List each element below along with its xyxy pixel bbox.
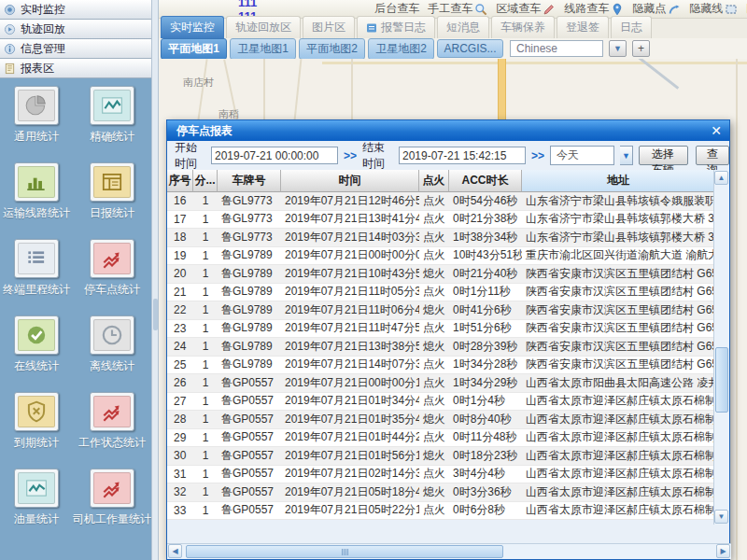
table-row[interactable]: 331鲁GP05572019年07月21日05时22分1点火0时6分8秒山西省太…: [167, 502, 715, 521]
table-row[interactable]: 191鲁GL97892019年07月21日00时00分0点火10时43分51秒重…: [167, 247, 715, 266]
table-row[interactable]: 261鲁GP05572019年07月21日00时00分1点火1时34分29秒山西…: [167, 374, 715, 393]
maptab-satellite-map-2[interactable]: 卫星地图2: [368, 38, 434, 60]
table-row[interactable]: 271鲁GP05572019年07月21日01时34分4点火0时1分4秒山西省太…: [167, 393, 715, 412]
stat-label: 油量统计: [0, 511, 73, 527]
col-header-plate[interactable]: 车牌号: [218, 170, 281, 192]
table-cell: 2019年07月21日11时47分5: [281, 320, 419, 338]
stat-expiry[interactable]: 到期统计: [0, 392, 73, 469]
vertical-scrollbar[interactable]: ▲ ▼: [713, 170, 729, 525]
toolbar-manual-search[interactable]: 手工查车: [428, 1, 487, 17]
toolbar-route-search[interactable]: 线路查车: [564, 1, 624, 17]
range-dropdown-button[interactable]: ▼: [620, 146, 632, 165]
language-dropdown-button[interactable]: ▼: [609, 40, 627, 57]
sidebar-item-track-playback[interactable]: 轨迹回放: [0, 20, 151, 39]
tab-picture-area[interactable]: 图片区: [303, 16, 355, 38]
end-time-input[interactable]: [399, 147, 526, 164]
table-cell: 山西省太原市迎泽区郝庄镇太原石棉制品厂 郝: [522, 447, 715, 465]
table-cell: 1: [193, 466, 218, 483]
table-row[interactable]: 251鲁GL97892019年07月21日14时07分3点火1时34分28秒陕西…: [167, 357, 715, 375]
table-cell: 19: [167, 247, 193, 265]
stat-terminal-mileage[interactable]: 终端里程统计: [0, 239, 73, 315]
col-header-ignition[interactable]: 点火: [419, 170, 449, 192]
maptab-arcgis[interactable]: ARCGIS...: [437, 39, 503, 58]
close-icon[interactable]: ✕: [711, 124, 722, 137]
table-cell: 22: [167, 301, 193, 319]
stat-precise[interactable]: 精确统计: [73, 86, 151, 162]
sidebar-scrollbar-thumb[interactable]: [153, 299, 158, 330]
table-cell: 1: [193, 192, 218, 210]
table-cell: 1: [193, 320, 218, 338]
stat-daily-report[interactable]: 日报统计: [73, 162, 151, 239]
start-time-input[interactable]: [211, 147, 338, 164]
toolbar-hide-points[interactable]: 隐藏点: [632, 1, 681, 17]
stat-offline[interactable]: 离线统计: [73, 315, 151, 392]
tab-log[interactable]: 日志: [611, 16, 652, 38]
maptab-plane-map-2[interactable]: 平面地图2: [299, 38, 365, 60]
toolbar-region-search[interactable]: 区域查车: [496, 1, 556, 17]
stat-work-status[interactable]: 工作状态统计: [73, 392, 151, 469]
list-icon: [23, 246, 49, 271]
col-header-group[interactable]: 分...: [193, 170, 218, 192]
query-button[interactable]: 查询: [696, 146, 729, 165]
dialog-title-bar[interactable]: 停车点报表 ✕: [167, 120, 729, 141]
toolbar-backend-search[interactable]: 后台查车: [374, 1, 419, 17]
tab-short-message[interactable]: 短消息: [437, 16, 489, 38]
table-row[interactable]: 171鲁GL97732019年07月21日13时41分4点火0时21分38秒山东…: [167, 211, 715, 230]
stat-fuel[interactable]: 油量统计: [0, 469, 73, 545]
tab-alarm-log[interactable]: 报警日志: [357, 16, 435, 38]
scroll-down-icon[interactable]: ▼: [714, 510, 728, 524]
col-header-time[interactable]: 时间: [281, 170, 419, 192]
table-row[interactable]: 201鲁GL97892019年07月21日10时43分5熄火0时21分40秒陕西…: [167, 265, 715, 284]
maptab-satellite-map-1[interactable]: 卫星地图1: [230, 38, 296, 60]
sidebar-item-reports[interactable]: 报表区: [0, 59, 151, 78]
tab-sign-in-out[interactable]: 登退签: [557, 16, 609, 38]
map-road: [322, 62, 747, 64]
table-cell: 鲁GP0557: [218, 429, 281, 447]
scroll-left-icon[interactable]: ◀: [168, 544, 182, 558]
stat-transport-route[interactable]: 运输线路统计: [0, 162, 73, 239]
map-language-select[interactable]: Chinese: [510, 40, 603, 57]
scroll-right-icon[interactable]: ▶: [716, 544, 730, 558]
tab-track-playback-area[interactable]: 轨迹回放区: [226, 16, 301, 38]
col-header-address[interactable]: 地址: [522, 170, 715, 192]
sidebar-item-realtime-monitor[interactable]: 实时监控: [0, 0, 151, 20]
table-row[interactable]: 181鲁GL97732019年07月21日14时03分3点火1时38分34秒山东…: [167, 229, 715, 247]
table-row[interactable]: 221鲁GL97892019年07月21日11时06分4熄火0时41分6秒陕西省…: [167, 301, 715, 320]
table-row[interactable]: 231鲁GL97892019年07月21日11时47分5点火1时51分6秒陕西省…: [167, 320, 715, 339]
maptab-plane-map-1[interactable]: 平面地图1: [161, 38, 227, 60]
tab-realtime-monitor[interactable]: 实时监控: [161, 16, 224, 38]
table-cell: 0时28分39秒: [449, 338, 522, 356]
stat-general[interactable]: 通用统计: [0, 86, 73, 162]
col-header-acc-duration[interactable]: ACC时长: [449, 170, 522, 192]
table-cell: 23: [167, 320, 193, 338]
table-cell: 27: [167, 393, 193, 411]
table-row[interactable]: 281鲁GP05572019年07月21日01时35分4熄火0时8分40秒山西省…: [167, 411, 715, 429]
table-row[interactable]: 291鲁GP05572019年07月21日01时44分2点火0时11分48秒山西…: [167, 429, 715, 448]
table-row[interactable]: 241鲁GL97892019年07月21日13时38分5熄火0时28分39秒陕西…: [167, 338, 715, 357]
scroll-up-icon[interactable]: ▲: [714, 171, 728, 185]
stat-online[interactable]: 在线统计: [0, 315, 73, 392]
table-row[interactable]: 311鲁GP05572019年07月21日02时14分3点火3时4分4秒山西省太…: [167, 466, 715, 484]
table-row[interactable]: 161鲁GL97732019年07月21日12时46分5点火0时54分46秒山东…: [167, 192, 715, 211]
sidebar-scrollbar[interactable]: [151, 0, 159, 560]
table-row[interactable]: 301鲁GP05572019年07月21日01时56分1熄火0时18分23秒山西…: [167, 447, 715, 466]
time-range-select[interactable]: 今天: [550, 146, 614, 165]
add-map-button[interactable]: +: [632, 40, 650, 57]
table-row[interactable]: 321鲁GP05572019年07月21日05时18分4熄火0时3分36秒山西省…: [167, 483, 715, 502]
toolbar-hide-lines[interactable]: 隐藏线: [689, 1, 738, 17]
tab-vehicle-maintenance[interactable]: 车辆保养: [491, 16, 555, 38]
sidebar-item-info-manage[interactable]: 信息管理: [0, 39, 151, 59]
stat-parking-point[interactable]: 停车点统计: [73, 239, 151, 315]
stat-driver-workload[interactable]: 司机工作量统计: [73, 469, 151, 545]
col-header-seq[interactable]: 序号: [167, 170, 193, 192]
horizontal-scrollbar[interactable]: ◀ ▶: [167, 543, 731, 559]
table-cell: 10时43分51秒: [449, 247, 522, 265]
table-row[interactable]: 211鲁GL97892019年07月21日11时05分3点火0时1分11秒陕西省…: [167, 284, 715, 302]
table-cell: 1: [193, 447, 218, 465]
table-cell: 1: [193, 265, 218, 283]
table-cell: 0时1分11秒: [449, 284, 522, 301]
arrow-separator: >>: [344, 149, 357, 162]
horizontal-scrollbar-thumb[interactable]: [186, 545, 503, 558]
select-vehicle-button[interactable]: 选择车辆: [639, 146, 688, 165]
vertical-scrollbar-thumb[interactable]: [715, 347, 728, 413]
